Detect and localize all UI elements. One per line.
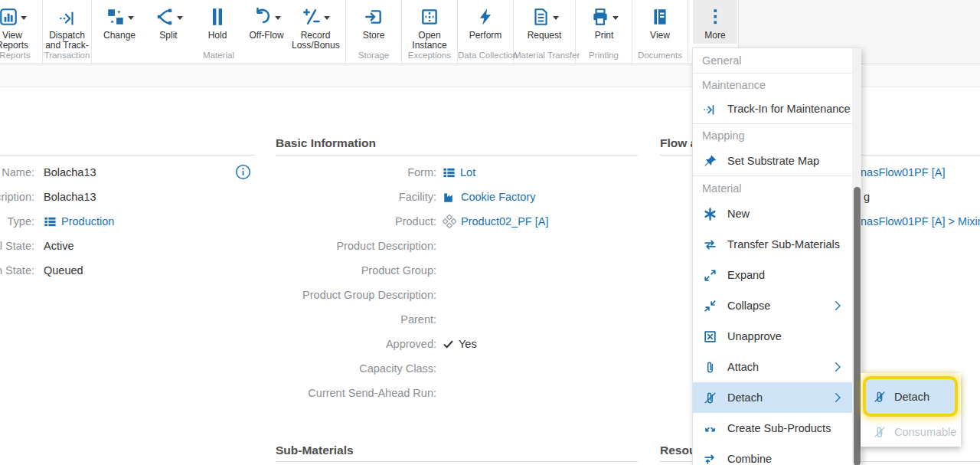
- submenu-item-consumable[interactable]: Consumable: [863, 421, 958, 444]
- field-value-product: Product02_PF [A]: [443, 213, 548, 230]
- field-label-name: Name:: [0, 164, 34, 181]
- section-title-basic-information: Basic Information: [276, 136, 376, 150]
- split-button[interactable]: Split: [144, 0, 193, 41]
- section-title-flow: Flow a: [660, 136, 697, 150]
- toolbar-group-label: Documents: [632, 51, 688, 60]
- toolbar-group-material-transfer: Request Material Transfer: [514, 0, 576, 64]
- record-loss-bonus-button[interactable]: Record Loss/Bonus: [291, 0, 340, 51]
- more-button[interactable]: More: [693, 0, 737, 44]
- toolbar-button-label: Split: [159, 31, 177, 41]
- toolbar-group-material: Change Split Hold Off-Flow: [92, 0, 346, 64]
- flow-value-flow: nasFlow01PF [A]: [861, 164, 945, 181]
- menu-item-create-sub-products[interactable]: Create Sub-Products: [693, 413, 852, 444]
- print-button[interactable]: Print: [580, 0, 629, 41]
- hold-button[interactable]: Hold: [193, 0, 242, 41]
- split-icon: [155, 7, 175, 27]
- menu-item-label: Transfer Sub-Materials: [727, 238, 840, 251]
- field-value-name: Bolacha13: [44, 164, 96, 181]
- field-value-material-state: Active: [44, 237, 74, 254]
- store-icon: [364, 7, 384, 27]
- menu-item-label: Collapse: [727, 300, 770, 312]
- menu-item-new[interactable]: New: [693, 198, 852, 229]
- flow-value-step: g: [864, 188, 870, 205]
- menu-scrollbar-thumb[interactable]: [854, 187, 861, 465]
- application-window: View Reports Reports Dispatch and Track-…: [0, 0, 980, 465]
- toolbar-group-label: Material Transfer: [514, 51, 575, 60]
- perform-button[interactable]: Perform: [461, 0, 510, 41]
- menu-item-attach[interactable]: Attach: [693, 352, 852, 382]
- open-instance-button[interactable]: Open Instance: [405, 0, 454, 51]
- field-value-facility: Cookie Factory: [443, 188, 536, 205]
- pushpin-icon: [703, 154, 717, 169]
- field-value-type: Production: [44, 213, 114, 230]
- menu-item-detach[interactable]: Detach: [693, 382, 852, 413]
- paperclip-slash-icon: [873, 425, 887, 439]
- menu-item-unapprove[interactable]: Unapprove: [693, 321, 852, 352]
- toolbar-group-label: Exceptions: [402, 51, 457, 60]
- facility-link[interactable]: Cookie Factory: [461, 191, 536, 203]
- dropdown-caret-icon: [21, 16, 27, 20]
- dispatch-track-icon: [57, 7, 77, 27]
- toolbar-button-label: Record Loss/Bonus: [292, 31, 339, 51]
- product-link[interactable]: Product02_PF [A]: [461, 215, 548, 228]
- menu-item-label: New: [727, 208, 750, 220]
- basic-panel-divider: [276, 155, 638, 156]
- chevron-right-icon: [831, 391, 844, 404]
- menu-section-header-mapping: Mapping: [693, 124, 852, 147]
- field-label-product-group-description: Product Group Description:: [276, 287, 436, 303]
- transfer-arrows-icon: [703, 237, 717, 252]
- toolbar-group-label: Reports: [0, 51, 42, 60]
- toolbar-group-documents: View Documents: [632, 0, 688, 64]
- flow-link[interactable]: nasFlow01PF [A]: [861, 166, 945, 178]
- field-label-product-group: Product Group:: [276, 262, 436, 279]
- submenu-item-detach[interactable]: Detach: [863, 376, 958, 417]
- view-reports-button[interactable]: View Reports: [0, 0, 37, 51]
- menu-item-track-in-for-maintenance[interactable]: Track-In for Maintenance: [693, 94, 852, 123]
- product-icon: [443, 214, 456, 228]
- dispatch-and-track-button[interactable]: Dispatch and Track-: [43, 0, 91, 51]
- field-value-system-state: Queued: [44, 262, 83, 279]
- toolbar-button-label: Request: [528, 31, 562, 41]
- menu-divider: [693, 175, 852, 176]
- type-link[interactable]: Production: [61, 215, 114, 228]
- toolbar-button-label: Store: [363, 31, 385, 41]
- menu-item-expand[interactable]: Expand: [693, 260, 852, 290]
- left-panel-divider: [0, 155, 255, 156]
- toolbar-button-label: Print: [595, 31, 614, 41]
- dropdown-caret-icon: [553, 16, 559, 20]
- flow-value-flow-path: nasFlow01PF [A] > Mixing: [861, 213, 980, 230]
- form-link[interactable]: Lot: [460, 166, 475, 178]
- dropdown-caret-icon: [612, 16, 619, 20]
- factory-icon: [443, 190, 456, 204]
- info-icon[interactable]: [235, 164, 251, 180]
- toolbar-button-label: Hold: [208, 31, 227, 41]
- view-documents-button[interactable]: View: [635, 0, 684, 41]
- menu-item-label: Track-In for Maintenance: [727, 103, 851, 115]
- field-value-approved: Yes: [443, 336, 477, 352]
- request-button[interactable]: Request: [520, 0, 569, 41]
- field-label-product: Product:: [276, 213, 436, 230]
- field-value-description: Bolacha13: [44, 188, 96, 205]
- toolbar-group-printing: Print Printing: [576, 0, 632, 64]
- field-label-form: Form:: [276, 164, 436, 181]
- menu-item-collapse[interactable]: Collapse: [693, 290, 852, 321]
- track-in-icon: [703, 102, 717, 116]
- change-button[interactable]: Change: [95, 0, 144, 41]
- collapse-arrows-icon: [703, 299, 717, 313]
- more-dropdown-menu: General Maintenance Track-In for Mainten…: [692, 47, 861, 465]
- toolbar-group-label: Storage: [346, 51, 401, 60]
- toolbar-group-label: Printing: [576, 51, 632, 60]
- bar-chart-report-icon: [0, 7, 18, 27]
- flow-path-link[interactable]: nasFlow01PF [A] > Mixing: [861, 215, 980, 228]
- submenu-item-label: Detach: [894, 391, 929, 403]
- field-value-form: Lot: [443, 164, 475, 181]
- toolbar-button-label: Off-Flow: [249, 31, 283, 41]
- off-flow-button[interactable]: Off-Flow: [242, 0, 291, 41]
- store-button[interactable]: Store: [349, 0, 398, 41]
- menu-item-combine[interactable]: Combine: [693, 444, 852, 465]
- toolbar-button-label: More: [704, 31, 725, 41]
- menu-item-transfer-sub-materials[interactable]: Transfer Sub-Materials: [693, 229, 852, 260]
- field-label-system-state: m State:: [0, 262, 34, 279]
- menu-section-header-maintenance: Maintenance: [693, 74, 852, 97]
- menu-item-set-substrate-map[interactable]: Set Substrate Map: [693, 146, 852, 175]
